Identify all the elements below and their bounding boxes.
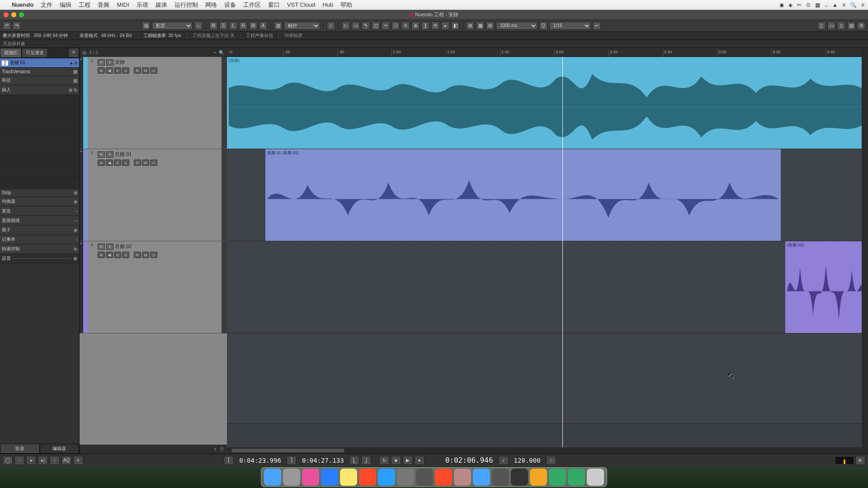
transport-punch-button[interactable]: ▸| [38, 456, 48, 465]
read-auto-button[interactable]: R [134, 160, 141, 166]
lanes-button[interactable]: ▭ [150, 252, 157, 258]
automation-lane[interactable] [222, 57, 227, 149]
inspector-quick[interactable]: 快速控制↻ [0, 244, 79, 254]
grid-type-icon[interactable]: ⊞ [486, 22, 494, 30]
track-name[interactable]: 音频 01 [115, 151, 132, 158]
auto-a-button[interactable]: A [259, 22, 267, 30]
setup-button[interactable]: ▤ [847, 22, 855, 30]
track-row[interactable]: ▸ 3 m s 音频 02 ● ◀ e o R W ▭ [80, 241, 227, 333]
tool-pointer[interactable]: ▷ [342, 22, 350, 30]
status-icon[interactable]: ≡ [842, 2, 845, 8]
menu-midi[interactable]: MIDI [113, 1, 132, 8]
inspector-sends[interactable]: 发送▫ [0, 206, 79, 216]
stop-button[interactable]: ■ [391, 456, 401, 465]
audio-clip[interactable]: (安静) [227, 57, 867, 149]
track-lane[interactable]: 音频 01 (音频 01) [227, 149, 868, 241]
play-button[interactable]: ▶ [403, 456, 413, 465]
dock-app-icon[interactable] [587, 469, 604, 486]
tool-range[interactable]: ▭ [352, 22, 360, 30]
transport-sync-button[interactable]: ▫ [50, 456, 60, 465]
inspector-track-number[interactable] [2, 61, 8, 66]
gear-icon[interactable]: ⚙ [73, 256, 77, 261]
tool-combine-button[interactable]: ⫽ [327, 22, 335, 30]
auto-m-button[interactable]: M [209, 22, 217, 30]
dock-app-icon[interactable] [302, 469, 319, 486]
insert-slot[interactable] [0, 177, 79, 189]
track-lane[interactable]: (安静) [227, 57, 868, 149]
read-auto-button[interactable]: R [134, 67, 141, 74]
tool-color[interactable]: ◧ [451, 22, 459, 30]
menu-project[interactable]: 工程 [75, 1, 94, 9]
dock-app-icon[interactable] [435, 469, 452, 486]
inspector-settings[interactable]: 设置⚙ [0, 254, 79, 263]
tempo-track-button[interactable]: ⎍ [546, 456, 556, 465]
tempo-display[interactable]: 120.000 [510, 457, 544, 464]
bypass-icon[interactable]: ⊘ [74, 199, 77, 204]
list-icon[interactable]: ▤ [82, 50, 86, 55]
layout-home-button[interactable]: ⌂ [194, 22, 203, 30]
write-auto-button[interactable]: W [142, 67, 149, 74]
mute-button[interactable]: m [98, 151, 105, 158]
horizontal-scrollbar[interactable] [227, 447, 868, 454]
inspector-trackversions[interactable]: TrackVersions▤ [0, 68, 79, 76]
audio-clip[interactable]: (音频 02) [785, 241, 867, 333]
primary-time-display[interactable]: 0:02:06.946 [442, 456, 497, 465]
bypass-icon[interactable]: ⊘ ↻ [69, 88, 77, 93]
transport-gear-icon[interactable]: ⚙ [855, 456, 865, 465]
track-gear-icon[interactable]: ⚙ [219, 446, 224, 452]
auto-s-button[interactable]: S [219, 22, 227, 30]
inspector-arrow-icon[interactable]: ▸ [71, 61, 73, 66]
monitor-button[interactable]: ◀ [106, 252, 113, 258]
punch-in-button[interactable]: ⎣ [349, 456, 359, 465]
record-enable-button[interactable]: ● [98, 67, 105, 74]
gear-icon[interactable]: ⚙ [857, 22, 865, 30]
scissors-icon[interactable]: ✂ [797, 2, 802, 8]
record-button[interactable]: ● [415, 456, 425, 465]
inspector-tab-menu[interactable]: ≡ [68, 48, 79, 58]
arrange-area[interactable]: 0 :20 :40 1:00 1:20 1:40 2:00 2:20 2:40 … [227, 48, 868, 454]
menu-devices[interactable]: 设备 [221, 1, 240, 9]
solo-button[interactable]: s [106, 151, 113, 158]
inspector-inserts[interactable]: 插入⊘ ↻ [0, 85, 79, 95]
inspector-tab-visibility[interactable]: 可见通道 [22, 48, 48, 58]
tool-warp[interactable]: ⟳ [431, 22, 439, 30]
zone-bottom-button[interactable]: ▭ [827, 22, 835, 30]
maximize-button[interactable] [19, 12, 24, 17]
grid-ms-select[interactable]: 1000 ms [496, 22, 538, 30]
wifi-icon[interactable]: ⌵ [825, 2, 828, 8]
locator-left[interactable]: 0:04:23.996 [236, 457, 285, 464]
status-icon[interactable]: ▦ [815, 2, 820, 8]
dock-app-icon[interactable] [511, 469, 528, 486]
track-expand-icon[interactable]: ▸ [80, 149, 83, 241]
auto-r-button[interactable]: R [239, 22, 247, 30]
dock-app-icon[interactable] [264, 469, 281, 486]
edit-channel-button[interactable]: e [114, 160, 121, 166]
bypass-icon[interactable]: ⊘ [74, 228, 77, 233]
insert-slot[interactable] [0, 95, 79, 107]
freeze-button[interactable]: o [122, 160, 129, 166]
macos-menubar[interactable]: Nuendo 文件 编辑 工程 音频 MIDI 乐谱 媒体 运行控制 网络 设备… [0, 0, 868, 10]
audio-clip[interactable]: 音频 01 (音频 01) [265, 149, 781, 241]
menu-edit[interactable]: 编辑 [56, 1, 75, 9]
menu-file[interactable]: 文件 [37, 1, 56, 9]
tool-split[interactable]: ✂ [382, 22, 390, 30]
insert-slot[interactable] [0, 130, 79, 142]
solo-button[interactable]: s [106, 244, 113, 250]
solo-button[interactable]: s [106, 59, 113, 66]
menu-icon[interactable]: ≡ [861, 2, 864, 8]
locator-right-icon[interactable]: ⎤ [287, 456, 297, 465]
transport-metronome-button[interactable]: ▫ [14, 456, 24, 465]
edit-channel-button[interactable]: e [114, 252, 121, 258]
insert-slot[interactable] [0, 165, 79, 177]
insert-slot[interactable] [0, 118, 79, 130]
find-track-button[interactable]: 🔍 [219, 50, 224, 55]
mute-button[interactable]: m [98, 59, 105, 66]
cycle-button[interactable]: ↻ [379, 456, 389, 465]
undo-button[interactable]: ↶ [3, 22, 11, 30]
track-row[interactable]: ▸ 1 m s 安静 ● ◀ e o R W ▭ [80, 57, 227, 149]
dock-app-icon[interactable] [397, 469, 414, 486]
inspector-chords[interactable]: 和弦▤ [0, 76, 79, 85]
dock-app-icon[interactable] [568, 469, 585, 486]
layout-list-icon[interactable]: ▤ [142, 22, 150, 30]
track-color-handle[interactable] [83, 241, 88, 333]
